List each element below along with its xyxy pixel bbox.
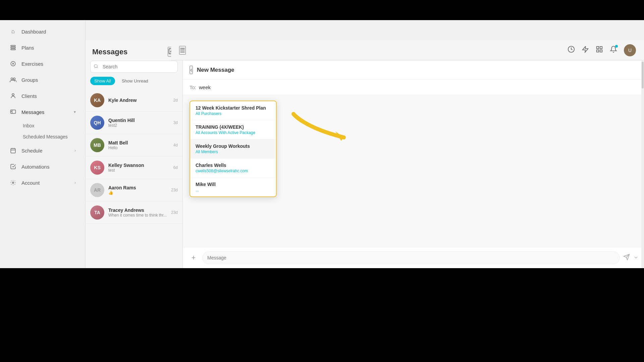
avatar: AR: [90, 183, 104, 197]
dropdown-item-sub: ...: [196, 188, 271, 192]
msg-time: 23d: [171, 210, 178, 215]
dropdown-item-1[interactable]: 12 Week Kickstarter Shred Plan All Purch…: [190, 101, 276, 120]
sidebar-item-exercises[interactable]: Exercises: [3, 56, 83, 71]
svg-rect-12: [600, 47, 602, 49]
show-unread-tab[interactable]: Show Unread: [118, 77, 152, 85]
sidebar-label-schedule: Schedule: [21, 148, 43, 154]
svg-point-6: [12, 94, 14, 96]
sidebar-item-scheduled[interactable]: Scheduled Messages: [19, 131, 85, 142]
message-list: KA Kyle Andrew 2d QH Quentin Hill test2: [86, 89, 182, 268]
avatar: KS: [90, 161, 104, 175]
sidebar-label-automations: Automations: [21, 164, 49, 170]
compose-panel: ‹ New Message To: week 12 Week Kickstart…: [183, 60, 644, 268]
messages-title: Messages: [92, 48, 127, 56]
sidebar-item-plans[interactable]: Plans: [3, 40, 83, 55]
user-avatar[interactable]: U: [624, 44, 636, 56]
message-item[interactable]: TA Tracey Andrews When it comes time to …: [86, 201, 182, 224]
to-label: To:: [190, 84, 196, 90]
inbox-label: Inbox: [23, 123, 34, 128]
compose-title: New Message: [197, 67, 234, 73]
msg-preview: When it comes time to think thr...: [108, 213, 167, 218]
message-item[interactable]: AR Aaron Rams 👍 23d: [86, 179, 182, 201]
home-icon: ⌂: [9, 28, 17, 35]
sidebar-item-messages[interactable]: Messages ▾: [3, 104, 83, 120]
schedule-chevron-icon: ›: [74, 148, 76, 153]
svg-point-5: [13, 78, 15, 80]
account-chevron-icon: ›: [74, 180, 76, 185]
sidebar-item-account[interactable]: Account ›: [3, 175, 83, 190]
sidebar-label-exercises: Exercises: [21, 61, 43, 67]
message-item[interactable]: QH Quentin Hill test2 3d: [86, 112, 182, 134]
msg-time: 23d: [171, 188, 178, 192]
msg-name: Quentin Hill: [108, 118, 169, 123]
svg-rect-13: [597, 50, 599, 52]
notification-dot: [615, 45, 618, 48]
sidebar-label-clients: Clients: [21, 93, 37, 99]
msg-preview: test2: [108, 123, 169, 128]
sidebar-item-dashboard[interactable]: ⌂ Dashboard: [3, 24, 83, 39]
sidebar-item-inbox[interactable]: Inbox: [19, 120, 85, 131]
autocomplete-dropdown: 12 Week Kickstarter Shred Plan All Purch…: [190, 101, 277, 197]
clients-icon: [9, 92, 17, 100]
hamburger-button[interactable]: ☰: [179, 46, 186, 55]
sidebar-label-groups: Groups: [21, 77, 38, 83]
message-input[interactable]: [202, 251, 620, 264]
svg-rect-11: [597, 47, 599, 49]
msg-time: 3d: [173, 120, 178, 125]
bell-icon[interactable]: [610, 46, 617, 55]
sidebar-item-schedule[interactable]: Schedule ›: [3, 143, 83, 158]
dropdown-item-5[interactable]: Mike Will ...: [190, 178, 276, 196]
app-header: ☰: [171, 40, 644, 60]
add-attachment-button[interactable]: +: [188, 252, 199, 263]
plus-icon: +: [192, 253, 196, 262]
messages-icon: [9, 108, 17, 116]
search-bar: [90, 61, 178, 73]
send-button[interactable]: [623, 254, 630, 262]
to-value[interactable]: week: [199, 84, 211, 90]
msg-name: Matt Bell: [108, 140, 169, 145]
avatar: KA: [90, 93, 104, 107]
svg-line-16: [97, 67, 98, 68]
messages-panel: Messages: [86, 40, 183, 268]
message-item[interactable]: KS Kelley Swanson test 6d: [86, 157, 182, 179]
msg-preview: 👍: [108, 190, 167, 195]
message-item[interactable]: KA Kyle Andrew 2d: [86, 89, 182, 112]
dropdown-item-2[interactable]: TRAINING (4X/WEEK) All Accounts With Act…: [190, 120, 276, 139]
send-dropdown-button[interactable]: [633, 255, 639, 261]
bolt-icon[interactable]: [582, 46, 589, 55]
filter-tabs: Show All Show Unread: [86, 77, 182, 89]
dropdown-item-sub: All Members: [196, 149, 271, 154]
back-button[interactable]: ‹: [190, 66, 193, 74]
compose-header: ‹ New Message: [183, 60, 644, 80]
avatar: MB: [90, 138, 104, 152]
msg-name: Kyle Andrew: [108, 98, 169, 103]
grid-icon[interactable]: [596, 46, 603, 55]
sidebar-item-groups[interactable]: Groups: [3, 72, 83, 87]
dropdown-item-4[interactable]: Charles Wells cwells508@sllewselrahc.com: [190, 159, 276, 178]
search-icon: [94, 64, 98, 70]
messages-submenu: Inbox Scheduled Messages: [0, 120, 85, 142]
avatar: QH: [90, 116, 104, 130]
message-item[interactable]: MB Matt Bell Hello 4d: [86, 134, 182, 157]
svg-rect-2: [11, 49, 15, 50]
clock-icon[interactable]: [568, 46, 575, 55]
compose-footer: +: [183, 247, 644, 268]
dropdown-item-3[interactable]: Weekly Group Workouts All Members: [190, 139, 276, 159]
plans-icon: [9, 44, 17, 51]
dropdown-item-sub: cwells508@sllewselrahc.com: [196, 169, 271, 173]
svg-rect-8: [11, 148, 15, 153]
messages-chevron-icon: ▾: [74, 110, 76, 114]
msg-time: 2d: [173, 98, 178, 103]
search-input[interactable]: [90, 61, 178, 73]
sidebar-item-clients[interactable]: Clients: [3, 88, 83, 104]
groups-icon: [9, 76, 17, 83]
show-all-tab[interactable]: Show All: [90, 77, 115, 85]
sidebar-label-dashboard: Dashboard: [21, 29, 46, 35]
right-scrollbar[interactable]: [641, 60, 644, 268]
messages-panel-header: Messages: [86, 40, 182, 61]
sidebar-label-account: Account: [21, 180, 40, 186]
svg-rect-14: [600, 50, 602, 52]
sidebar-item-automations[interactable]: Automations: [3, 159, 83, 174]
dropdown-item-name: 12 Week Kickstarter Shred Plan: [196, 105, 271, 111]
msg-time: 4d: [173, 143, 178, 147]
